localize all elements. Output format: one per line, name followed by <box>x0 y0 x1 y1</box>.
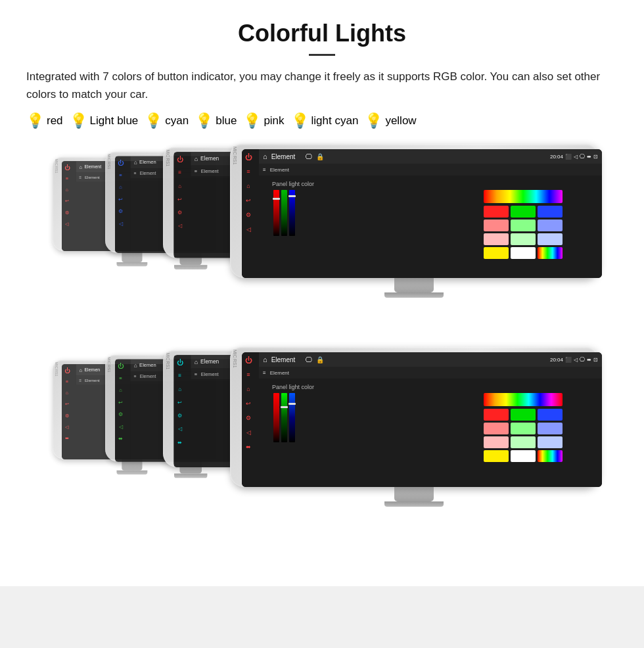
bottom-device-group: MIC RS1 ⏻ ≡ ⌂ ↩ ⚙ ◁ ⬌ <box>39 347 605 551</box>
title-divider <box>309 54 335 56</box>
color-red: 💡 red <box>26 112 63 129</box>
top-device-group: MIC RS1 ⏻ ≡ ⌂ ↩ ⚙ ◁ <box>39 144 605 338</box>
color-pink-label: pink <box>264 114 284 127</box>
rainbow-bar-top <box>484 190 563 203</box>
bottom-device-4-main: MIC RS1 ⏻ ≡ ⌂ ↩ ⚙ ◁ ⬌ <box>230 347 598 507</box>
color-options-row: 💡 red 💡 Light blue 💡 cyan 💡 blue 💡 pink … <box>26 112 618 129</box>
rainbow-bar-bottom <box>484 393 563 406</box>
description-text: Integrated with 7 colors of button indic… <box>26 68 618 103</box>
page-title: Colorful Lights <box>26 20 618 47</box>
cyan-bulb-icon: 💡 <box>145 112 162 129</box>
color-bars-top <box>273 190 295 236</box>
color-blue: 💡 blue <box>195 112 237 129</box>
color-grid-bottom <box>484 409 563 462</box>
color-red-label: red <box>47 114 63 127</box>
color-cyan-label: cyan <box>165 114 189 127</box>
panel-light-label-top: Panel light color <box>272 181 314 187</box>
color-bars-bottom <box>273 393 295 442</box>
color-light-cyan-label: light cyan <box>311 114 359 127</box>
color-light-blue: 💡 Light blue <box>70 112 139 129</box>
blue-bulb-icon: 💡 <box>195 112 213 129</box>
color-light-blue-label: Light blue <box>90 114 139 127</box>
pink-bulb-icon: 💡 <box>243 112 261 129</box>
panel-light-label-bottom: Panel light color <box>272 384 314 390</box>
color-light-cyan: 💡 light cyan <box>291 112 359 129</box>
red-bulb-icon: 💡 <box>26 112 44 129</box>
light-blue-bulb-icon: 💡 <box>70 112 87 129</box>
color-yellow-label: yellow <box>385 114 416 127</box>
device-4-main: MIC RS1 ⏻ ≡ ⌂ ↩ ⚙ ◁ <box>230 144 598 298</box>
yellow-bulb-icon: 💡 <box>365 112 382 129</box>
color-blue-label: blue <box>216 114 237 127</box>
light-cyan-bulb-icon: 💡 <box>291 112 309 129</box>
color-yellow: 💡 yellow <box>365 112 416 129</box>
color-pink: 💡 pink <box>243 112 284 129</box>
color-cyan: 💡 cyan <box>145 112 189 129</box>
color-grid-top <box>484 206 563 259</box>
